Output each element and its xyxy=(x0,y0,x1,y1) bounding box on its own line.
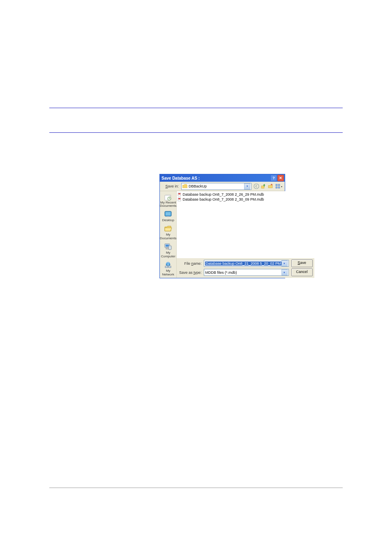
svg-rect-2 xyxy=(278,184,280,186)
svg-rect-15 xyxy=(168,266,171,268)
place-mynetwork[interactable]: My Network xyxy=(160,260,176,278)
place-mydocuments[interactable]: My Documents xyxy=(160,224,176,242)
nav-back-icon[interactable] xyxy=(253,183,259,190)
header-rule-1 xyxy=(49,108,343,108)
dialog-bottom: File name: Database backup On8_21_2008 5… xyxy=(177,258,314,278)
nav-up-icon[interactable] xyxy=(260,183,266,190)
desktop-icon xyxy=(164,210,173,218)
header-rule-2 xyxy=(49,132,343,133)
file-list[interactable]: Database backup On8_7_2008 2_26_29 PM.md… xyxy=(177,191,314,258)
svg-rect-7 xyxy=(166,212,171,215)
svg-rect-14 xyxy=(165,266,168,268)
nav-icons: ▾ xyxy=(253,183,283,190)
recent-documents-icon xyxy=(164,193,173,201)
dialog-titlebar[interactable]: Save Database AS : ? ✕ xyxy=(160,174,285,182)
savetype-combo[interactable]: MDDB files (*.mdb) ▾ xyxy=(204,269,288,276)
svg-rect-3 xyxy=(276,187,277,188)
save-button[interactable]: Save xyxy=(291,259,313,267)
file-name: Database backup On8_7_2008 2_30_09 PM.md… xyxy=(182,197,264,201)
svg-rect-19 xyxy=(178,198,180,199)
place-label: My Documents xyxy=(160,233,176,240)
folder-open-icon xyxy=(182,184,187,188)
save-in-combo[interactable]: DBBackUp ▾ xyxy=(181,183,251,190)
my-network-icon xyxy=(164,261,173,269)
file-name: Database backup On8_7_2008 2_26_29 PM.md… xyxy=(182,192,264,197)
places-bar: My Recent Documents Desktop My Documents… xyxy=(160,191,177,278)
save-in-label: Save in: xyxy=(161,184,179,188)
cancel-button[interactable]: Cancel xyxy=(291,268,313,276)
mdb-file-icon xyxy=(178,192,182,197)
close-button[interactable]: ✕ xyxy=(277,175,284,181)
place-mycomputer[interactable]: My Computer xyxy=(160,242,176,260)
place-label: My Recent Documents xyxy=(160,201,176,208)
new-folder-icon[interactable] xyxy=(267,183,273,190)
place-desktop[interactable]: Desktop xyxy=(160,209,176,224)
place-recent[interactable]: My Recent Documents xyxy=(160,192,176,209)
savetype-value: MDDB files (*.mdb) xyxy=(205,271,281,275)
help-button[interactable]: ? xyxy=(270,175,277,181)
chevron-down-icon: ▾ xyxy=(281,185,282,188)
svg-point-0 xyxy=(254,184,259,189)
file-item[interactable]: Database backup On8_7_2008 2_26_29 PM.md… xyxy=(178,192,313,197)
svg-rect-4 xyxy=(278,187,280,188)
place-label: Desktop xyxy=(160,218,176,222)
chevron-down-icon[interactable]: ▾ xyxy=(281,260,288,266)
filename-label: File name: xyxy=(178,261,201,266)
save-as-dialog: Save Database AS : ? ✕ Save in: DBBackUp… xyxy=(159,174,285,278)
my-computer-icon xyxy=(164,243,173,251)
save-in-value: DBBackUp xyxy=(189,184,244,188)
svg-rect-12 xyxy=(166,248,168,249)
dialog-body: My Recent Documents Desktop My Documents… xyxy=(160,191,285,278)
svg-rect-11 xyxy=(168,246,171,250)
filename-value: Database backup On8_21_2008 5_20_02 PM xyxy=(205,261,281,266)
footer-rule xyxy=(49,488,343,488)
file-item[interactable]: Database backup On8_7_2008 2_30_09 PM.md… xyxy=(178,197,313,202)
svg-rect-1 xyxy=(276,184,277,186)
dialog-toolbar: Save in: DBBackUp ▾ xyxy=(160,182,285,191)
place-label: My Network xyxy=(160,269,176,276)
svg-rect-17 xyxy=(178,193,180,194)
my-documents-icon xyxy=(164,224,173,233)
chevron-down-icon[interactable]: ▾ xyxy=(281,269,288,275)
savetype-label: Save as type: xyxy=(178,271,201,275)
view-menu-icon[interactable]: ▾ xyxy=(274,183,283,190)
dialog-title: Save Database AS : xyxy=(161,176,200,180)
mdb-file-icon xyxy=(178,197,182,201)
svg-rect-8 xyxy=(167,216,169,217)
filename-input[interactable]: Database backup On8_21_2008 5_20_02 PM ▾ xyxy=(204,260,288,267)
place-label: My Computer xyxy=(160,251,176,258)
chevron-down-icon[interactable]: ▾ xyxy=(244,183,250,190)
